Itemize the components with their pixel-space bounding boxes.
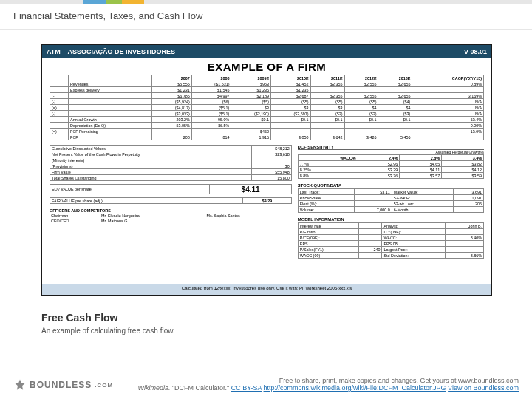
valuation-table: Cumulative Discounted Values$48,212Net P… xyxy=(50,145,292,181)
fairvalue-table: FAIR VALUE per share (adj.)$4.29 xyxy=(50,197,292,204)
figure-topbar-left: ATM – ASSOCIAÇÃO DE INVESTIDORES xyxy=(47,48,175,55)
stock-quote: STOCK QUOTE/DATA Last Trade:$3.11Market … xyxy=(298,183,484,213)
caption-heading: Free Cash Flow xyxy=(41,312,491,324)
figure-topbar-right: V 08.01 xyxy=(464,48,487,55)
figure-disclaimer: Calculated from 12/x/xxx. Investidores u… xyxy=(42,284,491,295)
figure-title: EXAMPLE OF A FIRM xyxy=(42,58,491,75)
cc-license-link[interactable]: CC BY-SA xyxy=(231,384,262,392)
projection-table: 200720082009E2010E2011E2012E2013ECAGR(Y0… xyxy=(50,75,484,140)
caption-text: An example of calculating free cash flow… xyxy=(41,327,491,335)
officers-block: OFFICERS AND COMPETITORS ChairmanMr. Elv… xyxy=(50,208,292,223)
dcf-sensitivity: DCF SENSITIVITY Assumed Perpetual Growth… xyxy=(298,145,484,179)
eqvalue-table: EQ / VALUE per share$4.11 xyxy=(50,184,292,194)
view-on-boundless-link[interactable]: View on Boundless.com xyxy=(448,384,519,392)
accent-ribbon xyxy=(0,0,532,4)
footer: BOUNDLESS.COM Free to share, print, make… xyxy=(0,377,532,392)
model-info: MODEL INFORMATION Interest rateAnalyst:J… xyxy=(298,217,484,259)
boundless-logo: BOUNDLESS.COM xyxy=(13,378,113,392)
page-title: Financial Statements, Taxes, and Cash Fl… xyxy=(0,4,532,30)
figure-dcf-calculator: ATM – ASSOCIAÇÃO DE INVESTIDORES V 08.01… xyxy=(41,44,492,296)
source-url-link[interactable]: http://commons.wikimedia.org/wiki/File:D… xyxy=(264,384,446,392)
